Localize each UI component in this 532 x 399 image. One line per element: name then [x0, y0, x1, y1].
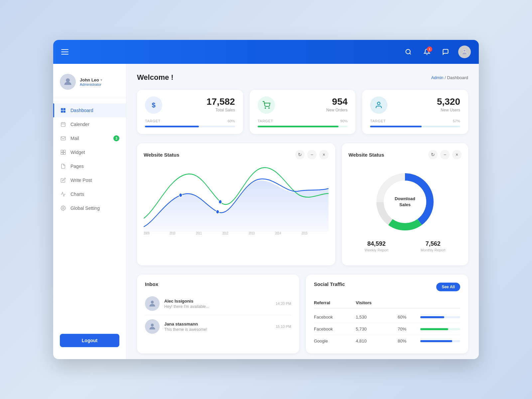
traffic-bar-fill-2 [420, 328, 448, 330]
chart-actions: ↻ − × [295, 150, 329, 159]
svg-rect-4 [64, 108, 66, 110]
sidebar-item-pages[interactable]: Pages [53, 159, 126, 173]
sales-label: Total Sales [206, 108, 235, 112]
donut-center-line2: Sales [399, 202, 411, 207]
mail-icon [60, 135, 66, 142]
sidebar-item-global-setting[interactable]: Global Setting [53, 201, 126, 215]
line-chart-container: 2009 2010 2011 2012 2013 2014 2015 [144, 162, 329, 235]
traffic-card: Social Traffic See All Referral Visitors… [306, 275, 468, 353]
traffic-pct-3: 80% [398, 338, 418, 343]
website-status-title-right: Website Status [348, 152, 384, 158]
traffic-visitors-1: 1,530 [356, 315, 395, 320]
year-label-2013: 2013 [249, 231, 255, 235]
stat-pct-3: 57% [453, 119, 460, 123]
widget-icon [60, 149, 66, 156]
sidebar-item-calendar[interactable]: Calender [53, 117, 126, 131]
inbox-item-1[interactable]: Alec Issigonis Hey! there I'm available.… [145, 292, 291, 315]
traffic-pct-1: 60% [398, 315, 418, 320]
svg-rect-11 [61, 137, 65, 140]
inbox-time-1: 14:20 PM [276, 302, 291, 306]
inbox-title: Inbox [145, 281, 291, 287]
col-empty1 [398, 300, 418, 305]
sidebar-label-charts: Charts [70, 192, 84, 197]
svg-point-18 [269, 108, 269, 108]
donut-chart-actions: ↻ − × [428, 150, 462, 159]
users-values: 5,320 New Users [437, 96, 460, 112]
sidebar-item-charts[interactable]: Charts [53, 187, 126, 201]
orders-label: New Orders [326, 108, 347, 112]
svg-point-17 [265, 108, 266, 108]
inbox-name-2: Jana stassmann [164, 322, 271, 327]
user-profile: John Leo ▾ Administrator [53, 70, 126, 98]
sales-icon-circle: $ [145, 96, 162, 114]
sidebar: John Leo ▾ Administrator Dashboard [53, 64, 126, 359]
donut-stats: 84,592 Weekly Report 7,562 Monthly Repor… [348, 240, 462, 252]
users-number: 5,320 [437, 96, 460, 107]
see-all-button[interactable]: See All [436, 283, 460, 291]
topnav-avatar[interactable] [458, 46, 471, 58]
topnav-right: 1 [402, 46, 471, 58]
minimize-icon[interactable]: − [307, 150, 317, 159]
svg-point-0 [406, 50, 410, 54]
col-empty2 [420, 300, 460, 305]
sidebar-item-dashboard[interactable]: Dashboard [53, 103, 126, 117]
svg-rect-3 [61, 108, 63, 110]
svg-rect-15 [64, 153, 66, 155]
main-content: Welcome ! Admin / Dashboard $ 17 [126, 64, 479, 359]
cart-icon [262, 101, 270, 109]
svg-point-1 [463, 50, 466, 52]
stat-footer: TARGET 60% [145, 119, 235, 123]
breadcrumb-admin[interactable]: Admin [431, 75, 444, 80]
mail-badge: 3 [113, 135, 119, 141]
search-icon[interactable] [402, 46, 414, 58]
app-body: John Leo ▾ Administrator Dashboard [53, 64, 479, 359]
donut-minimize-icon[interactable]: − [440, 150, 450, 159]
sidebar-label-dashboard: Dashboard [70, 108, 93, 113]
refresh-icon[interactable]: ↻ [295, 150, 305, 159]
topnav: 1 [53, 40, 479, 64]
notification-badge: 1 [427, 47, 432, 52]
sidebar-label-global-setting: Global Setting [70, 205, 100, 211]
donut-center-line1: Download [395, 196, 415, 201]
message-icon[interactable] [440, 46, 452, 58]
donut-close-icon[interactable]: × [452, 150, 462, 159]
close-icon[interactable]: × [319, 150, 329, 159]
app-window: 1 John Leo ▾ Administrat [53, 40, 479, 359]
notification-icon[interactable]: 1 [421, 46, 433, 58]
sidebar-label-write-post: Write Post [70, 178, 92, 183]
users-progress-fill [370, 126, 421, 127]
sidebar-item-mail[interactable]: Mail 3 [53, 131, 126, 145]
person-icon [375, 101, 383, 109]
charts-icon [60, 191, 66, 198]
table-row: Facebook 1,530 60% [314, 311, 460, 323]
inbox-info-1: Alec Issigonis Hey! there I'm available.… [164, 299, 271, 309]
inbox-preview-1: Hey! there I'm available... [164, 304, 271, 309]
donut-svg: Download Sales [372, 169, 438, 235]
year-label-2011: 2011 [196, 231, 202, 235]
line-chart-card: Website Status ↻ − × [137, 143, 335, 265]
write-post-icon [60, 177, 66, 184]
table-row: Facebook 5,730 70% [314, 323, 460, 335]
col-visitors: Visitors [356, 300, 395, 305]
sidebar-item-widget[interactable]: Widget [53, 145, 126, 159]
orders-values: 954 New Orders [326, 96, 347, 112]
donut-refresh-icon[interactable]: ↻ [428, 150, 438, 159]
weekly-stat: 84,592 Weekly Report [364, 240, 388, 252]
orders-number: 954 [326, 96, 347, 107]
inbox-avatar-1 [145, 296, 160, 311]
svg-rect-13 [64, 150, 66, 152]
charts-row: Website Status ↻ − × [137, 143, 468, 265]
inbox-item-2[interactable]: Jana stassmann This theme is awesome! 15… [145, 315, 291, 338]
sidebar-label-calendar: Calender [70, 122, 89, 127]
inbox-time-2: 15:10 PM [276, 325, 291, 329]
sidebar-item-write-post[interactable]: Write Post [53, 173, 126, 187]
topnav-left [61, 49, 68, 55]
users-progress-bar [370, 126, 460, 127]
inbox-info-2: Jana stassmann This theme is awesome! [164, 322, 271, 332]
sidebar-label-widget: Widget [70, 150, 85, 155]
hamburger-menu[interactable] [61, 49, 68, 55]
logout-button[interactable]: Logout [60, 334, 119, 347]
year-label-2015: 2015 [302, 231, 308, 235]
svg-point-25 [151, 324, 154, 327]
traffic-pct-2: 70% [398, 327, 418, 332]
